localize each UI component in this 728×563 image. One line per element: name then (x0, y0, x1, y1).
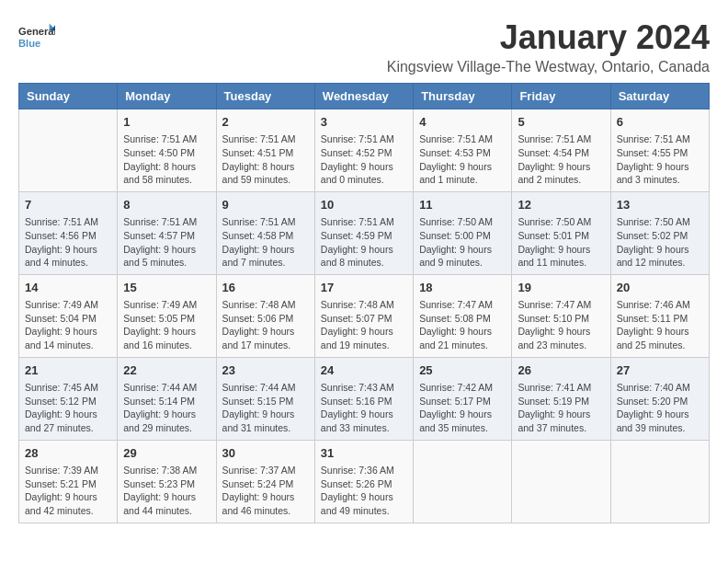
cell-content: and 19 minutes. (321, 339, 407, 352)
cell-content: Sunrise: 7:51 AM (222, 132, 309, 146)
cell-content: Sunset: 5:12 PM (25, 395, 111, 408)
cell-content: Sunset: 5:04 PM (25, 312, 111, 326)
cell-content: Sunset: 5:01 PM (518, 229, 604, 243)
cell-content: Daylight: 9 hours (222, 490, 309, 504)
calendar-cell: 11Sunrise: 7:50 AMSunset: 5:00 PMDayligh… (414, 191, 512, 274)
cell-content: and 27 minutes. (25, 421, 111, 435)
logo: General Blue (18, 18, 55, 55)
day-number: 25 (419, 362, 506, 379)
cell-content: Sunrise: 7:36 AM (321, 464, 407, 477)
calendar-cell: 3Sunrise: 7:51 AMSunset: 4:52 PMDaylight… (314, 109, 413, 192)
calendar-cell: 1Sunrise: 7:51 AMSunset: 4:50 PMDaylight… (118, 109, 216, 192)
cell-content: Daylight: 9 hours (321, 160, 407, 174)
week-row-2: 7Sunrise: 7:51 AMSunset: 4:56 PMDaylight… (19, 191, 710, 274)
day-number: 4 (419, 114, 506, 131)
cell-content: Sunset: 4:59 PM (321, 229, 407, 243)
cell-content: Sunset: 5:21 PM (25, 477, 111, 491)
cell-content: Sunrise: 7:43 AM (321, 381, 407, 395)
cell-content: and 44 minutes. (123, 504, 210, 518)
calendar-cell: 7Sunrise: 7:51 AMSunset: 4:56 PMDaylight… (19, 191, 118, 274)
cell-content: Daylight: 9 hours (617, 243, 703, 257)
day-number: 7 (25, 197, 111, 213)
cell-content: and 59 minutes. (222, 173, 309, 187)
calendar-table: SundayMondayTuesdayWednesdayThursdayFrid… (18, 83, 710, 523)
calendar-cell: 17Sunrise: 7:48 AMSunset: 5:07 PMDayligh… (314, 274, 413, 357)
cell-content: Sunset: 5:24 PM (222, 477, 309, 491)
cell-content: Sunrise: 7:44 AM (222, 381, 309, 395)
cell-content: Daylight: 9 hours (518, 160, 604, 174)
day-number: 18 (419, 280, 506, 296)
cell-content: and 33 minutes. (321, 421, 407, 435)
cell-content: Sunrise: 7:51 AM (321, 132, 407, 146)
day-header-thursday: Thursday (414, 84, 512, 109)
day-header-monday: Monday (118, 84, 216, 109)
cell-content: and 39 minutes. (617, 421, 703, 435)
calendar-cell: 19Sunrise: 7:47 AMSunset: 5:10 PMDayligh… (512, 274, 610, 357)
cell-content: Daylight: 9 hours (321, 325, 407, 339)
cell-content: Sunset: 4:50 PM (123, 146, 210, 160)
cell-content: Sunset: 5:11 PM (617, 312, 703, 326)
week-row-5: 28Sunrise: 7:39 AMSunset: 5:21 PMDayligh… (19, 440, 710, 523)
cell-content: Daylight: 9 hours (518, 325, 604, 339)
cell-content: Sunrise: 7:51 AM (617, 132, 703, 146)
cell-content: Sunrise: 7:51 AM (419, 132, 506, 146)
calendar-cell: 27Sunrise: 7:40 AMSunset: 5:20 PMDayligh… (610, 357, 709, 440)
calendar-cell (414, 440, 512, 523)
cell-content: Sunset: 4:56 PM (25, 229, 111, 243)
cell-content: Sunset: 4:58 PM (222, 229, 309, 243)
cell-content: and 1 minute. (419, 173, 506, 187)
calendar-title: January 2024 (387, 18, 710, 57)
cell-content: Daylight: 9 hours (25, 243, 111, 257)
cell-content: Sunrise: 7:42 AM (419, 381, 506, 395)
calendar-cell: 8Sunrise: 7:51 AMSunset: 4:57 PMDaylight… (118, 191, 216, 274)
cell-content: Sunset: 5:14 PM (123, 395, 210, 408)
day-header-wednesday: Wednesday (314, 84, 413, 109)
day-number: 19 (518, 280, 604, 296)
cell-content: Daylight: 9 hours (25, 490, 111, 504)
calendar-cell: 15Sunrise: 7:49 AMSunset: 5:05 PMDayligh… (118, 274, 216, 357)
day-header-saturday: Saturday (610, 84, 709, 109)
cell-content: and 31 minutes. (222, 421, 309, 435)
cell-content: and 12 minutes. (617, 256, 703, 270)
cell-content: Sunrise: 7:45 AM (25, 381, 111, 395)
cell-content: and 2 minutes. (518, 173, 604, 187)
calendar-cell: 31Sunrise: 7:36 AMSunset: 5:26 PMDayligh… (314, 440, 413, 523)
calendar-cell: 5Sunrise: 7:51 AMSunset: 4:54 PMDaylight… (512, 109, 610, 192)
calendar-cell: 30Sunrise: 7:37 AMSunset: 5:24 PMDayligh… (216, 440, 314, 523)
day-number: 2 (222, 114, 309, 131)
cell-content: Daylight: 9 hours (419, 408, 506, 421)
cell-content: and 5 minutes. (123, 256, 210, 270)
cell-content: and 21 minutes. (419, 339, 506, 352)
logo-icon: General Blue (18, 18, 55, 55)
cell-content: Sunrise: 7:46 AM (617, 298, 703, 312)
cell-content: Daylight: 9 hours (25, 325, 111, 339)
cell-content: Sunset: 5:10 PM (518, 312, 604, 326)
cell-content: and 3 minutes. (617, 173, 703, 187)
cell-content: Daylight: 9 hours (123, 325, 210, 339)
calendar-cell: 10Sunrise: 7:51 AMSunset: 4:59 PMDayligh… (314, 191, 413, 274)
cell-content: Sunrise: 7:39 AM (25, 464, 111, 477)
cell-content: Daylight: 9 hours (321, 243, 407, 257)
cell-content: and 7 minutes. (222, 256, 309, 270)
cell-content: Sunrise: 7:50 AM (419, 215, 506, 229)
calendar-cell (19, 109, 118, 192)
day-header-friday: Friday (512, 84, 610, 109)
day-number: 5 (518, 114, 604, 131)
day-number: 12 (518, 197, 604, 213)
calendar-cell: 2Sunrise: 7:51 AMSunset: 4:51 PMDaylight… (216, 109, 314, 192)
cell-content: Daylight: 9 hours (123, 243, 210, 257)
cell-content: Sunset: 5:16 PM (321, 395, 407, 408)
cell-content: Sunset: 5:02 PM (617, 229, 703, 243)
cell-content: Sunrise: 7:40 AM (617, 381, 703, 395)
cell-content: and 35 minutes. (419, 421, 506, 435)
cell-content: Daylight: 9 hours (419, 243, 506, 257)
cell-content: and 17 minutes. (222, 339, 309, 352)
cell-content: Daylight: 9 hours (222, 408, 309, 421)
cell-content: and 46 minutes. (222, 504, 309, 518)
day-header-row: SundayMondayTuesdayWednesdayThursdayFrid… (19, 84, 710, 109)
calendar-cell: 23Sunrise: 7:44 AMSunset: 5:15 PMDayligh… (216, 357, 314, 440)
cell-content: Sunrise: 7:51 AM (123, 132, 210, 146)
calendar-cell: 21Sunrise: 7:45 AMSunset: 5:12 PMDayligh… (19, 357, 118, 440)
day-number: 17 (321, 280, 407, 296)
day-number: 3 (321, 114, 407, 131)
